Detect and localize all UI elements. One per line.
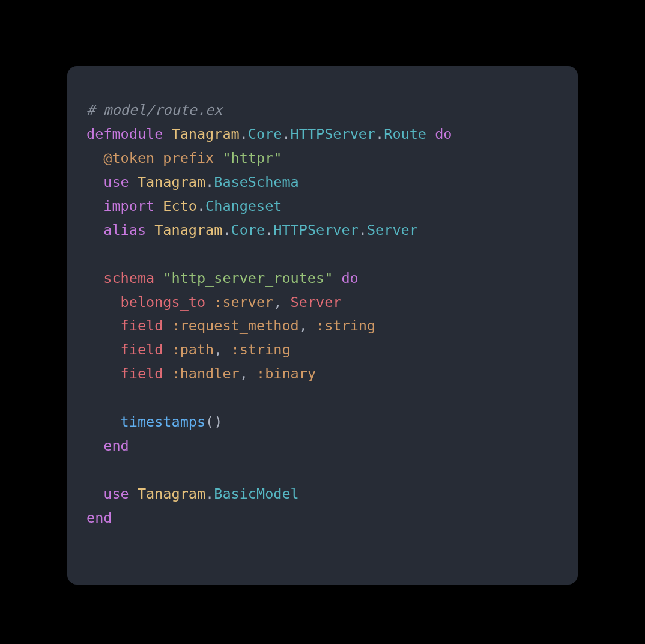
call-timestamps: timestamps [121, 413, 205, 430]
atom: :handler [172, 365, 240, 382]
code-block: # model/route.ex defmodule Tanagram.Core… [86, 99, 559, 530]
code-panel: # model/route.ex defmodule Tanagram.Core… [67, 66, 578, 585]
call-field: field [121, 317, 163, 334]
dot: . [205, 174, 214, 190]
dot: . [359, 222, 367, 238]
dot: . [197, 198, 205, 214]
keyword-do: do [341, 270, 358, 287]
keyword-do: do [435, 126, 452, 142]
comma: , [214, 341, 222, 358]
keyword-use: use [103, 485, 129, 502]
module-tanagram: Tanagram [138, 174, 205, 190]
atom: :string [316, 317, 375, 334]
atom: :request_method [172, 317, 299, 334]
keyword-end: end [103, 437, 129, 454]
keyword-defmodule: defmodule [86, 126, 163, 142]
string-literal: "httpr" [222, 150, 282, 166]
module-tanagram: Tanagram [172, 126, 240, 142]
module-baseschema: BaseSchema [214, 174, 298, 190]
module-changeset: Changeset [205, 198, 282, 214]
keyword-end: end [86, 509, 112, 526]
module-tanagram: Tanagram [138, 485, 205, 502]
atom: :server [214, 294, 273, 311]
comma: , [299, 317, 307, 334]
module-tanagram: Tanagram [154, 222, 222, 238]
keyword-alias: alias [103, 222, 146, 238]
module-server: Server [367, 222, 418, 238]
atom: :binary [256, 365, 316, 382]
call-field: field [121, 341, 163, 358]
dot: . [265, 222, 273, 238]
dot: . [240, 126, 248, 142]
call-belongs-to: belongs_to [121, 294, 205, 311]
type-server: Server [291, 294, 342, 311]
dot: . [222, 222, 231, 238]
parens: () [205, 413, 222, 430]
module-route: Route [384, 126, 426, 142]
atom: :path [172, 341, 214, 358]
call-schema: schema [103, 270, 154, 287]
call-field: field [121, 365, 163, 382]
dot: . [282, 126, 290, 142]
module-core: Core [248, 126, 282, 142]
module-httpserver: HTTPServer [273, 222, 358, 238]
module-attribute: @token_prefix [103, 150, 214, 166]
comma: , [273, 294, 282, 311]
module-httpserver: HTTPServer [291, 126, 375, 142]
string-literal: "http_server_routes" [163, 270, 333, 287]
dot: . [375, 126, 384, 142]
module-basicmodel: BasicModel [214, 485, 298, 502]
dot: . [205, 485, 214, 502]
comma: , [240, 365, 248, 382]
keyword-use: use [103, 174, 129, 190]
keyword-import: import [103, 198, 154, 214]
module-ecto: Ecto [163, 198, 197, 214]
atom: :string [231, 341, 291, 358]
code-comment: # model/route.ex [86, 102, 222, 118]
module-core: Core [231, 222, 265, 238]
